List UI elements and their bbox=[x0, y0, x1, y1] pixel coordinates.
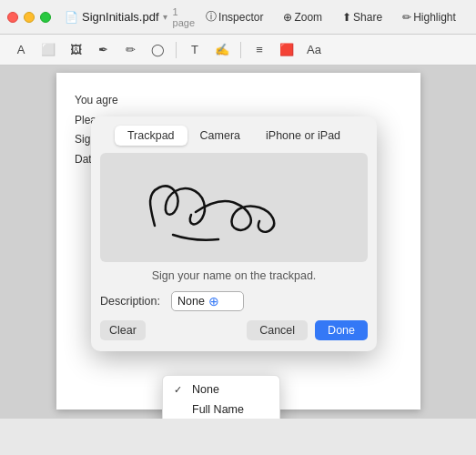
text-box-icon[interactable]: T bbox=[183, 38, 207, 62]
confirm-buttons: Cancel Done bbox=[247, 320, 368, 340]
menu-fullname-label: Full Name bbox=[192, 403, 244, 416]
description-select[interactable]: None ⊕ bbox=[171, 291, 244, 311]
tab-iphone[interactable]: iPhone or iPad bbox=[253, 126, 353, 146]
inspector-icon: ⓘ bbox=[206, 9, 217, 25]
signature-draw-area[interactable] bbox=[100, 153, 368, 262]
text-format-icon[interactable]: Aa bbox=[302, 38, 326, 62]
content-area: You agre Please s Signatur Date: _ Track… bbox=[0, 66, 476, 419]
border-color-icon[interactable]: 🟥 bbox=[275, 38, 299, 62]
window-title: SignInitials.pdf bbox=[82, 10, 159, 24]
done-button[interactable]: Done bbox=[315, 320, 368, 340]
document-icon: 📄 bbox=[64, 10, 78, 25]
description-value: None bbox=[177, 295, 205, 308]
description-label: Description: bbox=[100, 295, 164, 308]
clear-button[interactable]: Clear bbox=[100, 320, 146, 340]
menu-none-label: None bbox=[192, 383, 219, 396]
close-button[interactable] bbox=[7, 12, 18, 23]
share-icon: ⬆ bbox=[342, 11, 351, 24]
inspector-label: Inspector bbox=[218, 11, 263, 24]
zoom-icon: ⊕ bbox=[283, 11, 292, 24]
maximize-button[interactable] bbox=[40, 12, 51, 23]
highlight-icon: ✏ bbox=[402, 11, 411, 24]
rect-tool-icon[interactable]: ⬜ bbox=[36, 38, 60, 62]
titlebar: 📄 SignInitials.pdf ▾ 1 page ⓘ Inspector … bbox=[0, 0, 476, 35]
tab-camera[interactable]: Camera bbox=[187, 126, 253, 146]
description-row: Description: None ⊕ bbox=[91, 291, 377, 320]
image-tool-icon[interactable]: 🖼 bbox=[64, 38, 87, 62]
signature-icon[interactable]: ✍ bbox=[210, 38, 234, 62]
menu-item-fullname[interactable]: Full Name bbox=[163, 399, 279, 419]
pen-tool-icon[interactable]: ✒ bbox=[91, 38, 115, 62]
title-section: 📄 SignInitials.pdf ▾ bbox=[64, 10, 167, 25]
title-chevron-icon[interactable]: ▾ bbox=[163, 12, 167, 22]
share-label: Share bbox=[353, 11, 382, 24]
signature-buttons-row: Clear Cancel Done bbox=[91, 320, 377, 351]
select-arrow-icon: ⊕ bbox=[208, 294, 219, 308]
traffic-lights bbox=[7, 12, 51, 23]
rotate-button[interactable]: ↻ Rotate bbox=[471, 8, 476, 26]
minimize-button[interactable] bbox=[24, 12, 35, 23]
signature-tabs: Trackpad Camera iPhone or iPad bbox=[91, 116, 377, 146]
highlight-label: Highlight bbox=[413, 11, 456, 24]
check-none-icon: ✓ bbox=[174, 384, 187, 396]
ann-sep-2 bbox=[240, 42, 241, 58]
pdf-line1: You agre bbox=[75, 91, 402, 111]
zoom-button[interactable]: ⊕ Zoom bbox=[278, 8, 328, 26]
highlight-button[interactable]: ✏ Highlight bbox=[397, 8, 461, 26]
description-dropdown: ✓ None Full Name Given Name Family Name … bbox=[162, 375, 280, 419]
share-button[interactable]: ⬆ Share bbox=[337, 8, 388, 26]
signature-popup: Trackpad Camera iPhone or iPad Sign your… bbox=[91, 116, 377, 351]
shapes-tool-icon[interactable]: ◯ bbox=[146, 38, 169, 62]
cancel-button[interactable]: Cancel bbox=[247, 320, 308, 340]
text-tool-icon[interactable]: A bbox=[9, 38, 33, 62]
ann-sep-1 bbox=[176, 42, 177, 58]
inspector-button[interactable]: ⓘ Inspector bbox=[200, 6, 268, 27]
lines-icon[interactable]: ≡ bbox=[248, 38, 271, 62]
signature-svg bbox=[100, 153, 368, 262]
zoom-label: Zoom bbox=[294, 11, 322, 24]
page-count: 1 page bbox=[173, 6, 195, 28]
pencil-tool-icon[interactable]: ✏ bbox=[118, 38, 142, 62]
tab-trackpad[interactable]: Trackpad bbox=[115, 126, 187, 146]
annotation-bar: A ⬜ 🖼 ✒ ✏ ◯ T ✍ ≡ 🟥 Aa bbox=[0, 35, 476, 66]
menu-item-none[interactable]: ✓ None bbox=[163, 379, 279, 399]
signature-instruction: Sign your name on the trackpad. bbox=[91, 269, 377, 282]
